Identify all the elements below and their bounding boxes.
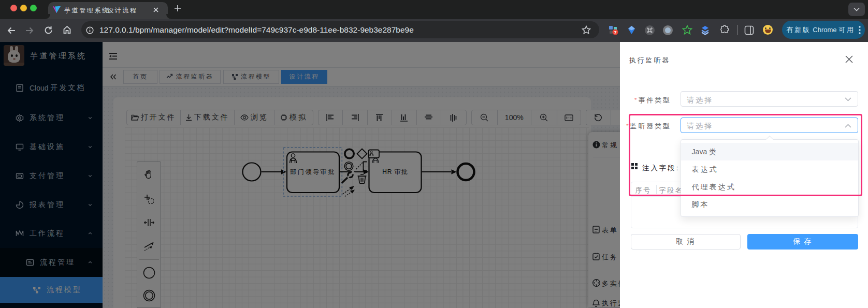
svg-text:7: 7 xyxy=(614,30,616,35)
